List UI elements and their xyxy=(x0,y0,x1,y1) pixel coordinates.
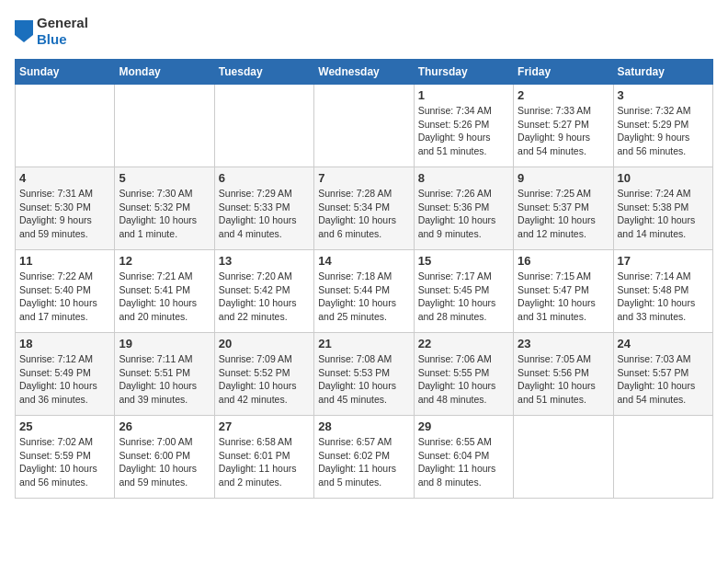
calendar-cell xyxy=(214,85,313,167)
calendar-cell: 23Sunrise: 7:05 AM Sunset: 5:56 PM Dayli… xyxy=(514,333,613,416)
calendar-cell: 25Sunrise: 7:02 AM Sunset: 5:59 PM Dayli… xyxy=(16,416,115,499)
day-number: 28 xyxy=(318,419,409,433)
day-info: Sunrise: 7:17 AM Sunset: 5:45 PM Dayligh… xyxy=(418,270,509,324)
header-day-monday: Monday xyxy=(115,60,214,85)
day-info: Sunrise: 7:21 AM Sunset: 5:41 PM Dayligh… xyxy=(119,270,210,324)
calendar-cell: 13Sunrise: 7:20 AM Sunset: 5:42 PM Dayli… xyxy=(214,250,313,333)
day-number: 12 xyxy=(119,254,210,268)
day-number: 19 xyxy=(119,337,210,350)
header-day-saturday: Saturday xyxy=(613,60,712,85)
day-info: Sunrise: 7:34 AM Sunset: 5:26 PM Dayligh… xyxy=(418,104,509,158)
day-number: 14 xyxy=(318,254,409,268)
day-number: 24 xyxy=(618,337,709,350)
day-info: Sunrise: 7:00 AM Sunset: 6:00 PM Dayligh… xyxy=(119,435,210,489)
header-day-wednesday: Wednesday xyxy=(314,60,414,85)
day-info: Sunrise: 7:29 AM Sunset: 5:33 PM Dayligh… xyxy=(219,187,310,241)
day-number: 8 xyxy=(418,171,509,185)
day-number: 3 xyxy=(618,88,709,102)
calendar-cell: 29Sunrise: 6:55 AM Sunset: 6:04 PM Dayli… xyxy=(414,416,513,499)
day-number: 4 xyxy=(19,171,110,185)
calendar-cell: 18Sunrise: 7:12 AM Sunset: 5:49 PM Dayli… xyxy=(16,333,115,416)
day-info: Sunrise: 7:12 AM Sunset: 5:49 PM Dayligh… xyxy=(19,352,110,407)
week-row-3: 11Sunrise: 7:22 AM Sunset: 5:40 PM Dayli… xyxy=(16,250,713,333)
svg-marker-0 xyxy=(15,20,33,42)
day-number: 16 xyxy=(518,254,609,268)
day-info: Sunrise: 7:11 AM Sunset: 5:51 PM Dayligh… xyxy=(119,352,210,407)
calendar-cell: 15Sunrise: 7:17 AM Sunset: 5:45 PM Dayli… xyxy=(414,250,513,333)
day-info: Sunrise: 7:24 AM Sunset: 5:38 PM Dayligh… xyxy=(618,187,709,241)
header-day-tuesday: Tuesday xyxy=(214,60,313,85)
calendar-cell: 1Sunrise: 7:34 AM Sunset: 5:26 PM Daylig… xyxy=(414,85,513,167)
day-info: Sunrise: 7:06 AM Sunset: 5:55 PM Dayligh… xyxy=(418,352,509,407)
header: GeneralBlue xyxy=(15,15,713,48)
day-info: Sunrise: 7:20 AM Sunset: 5:42 PM Dayligh… xyxy=(219,270,310,324)
day-number: 17 xyxy=(618,254,709,268)
calendar-cell: 27Sunrise: 6:58 AM Sunset: 6:01 PM Dayli… xyxy=(214,416,313,499)
day-number: 11 xyxy=(19,254,110,268)
calendar-cell: 2Sunrise: 7:33 AM Sunset: 5:27 PM Daylig… xyxy=(514,85,613,167)
calendar-cell: 4Sunrise: 7:31 AM Sunset: 5:30 PM Daylig… xyxy=(16,167,115,250)
day-number: 1 xyxy=(418,88,509,102)
calendar-cell: 10Sunrise: 7:24 AM Sunset: 5:38 PM Dayli… xyxy=(613,167,712,250)
day-number: 9 xyxy=(518,171,609,185)
calendar-cell: 11Sunrise: 7:22 AM Sunset: 5:40 PM Dayli… xyxy=(16,250,115,333)
logo: GeneralBlue xyxy=(15,15,88,48)
day-number: 18 xyxy=(19,337,110,350)
day-number: 22 xyxy=(418,337,509,350)
day-number: 15 xyxy=(418,254,509,268)
calendar-body: 1Sunrise: 7:34 AM Sunset: 5:26 PM Daylig… xyxy=(16,85,713,499)
day-number: 2 xyxy=(518,88,609,102)
calendar-cell: 3Sunrise: 7:32 AM Sunset: 5:29 PM Daylig… xyxy=(613,85,712,167)
week-row-4: 18Sunrise: 7:12 AM Sunset: 5:49 PM Dayli… xyxy=(16,333,713,416)
day-info: Sunrise: 7:05 AM Sunset: 5:56 PM Dayligh… xyxy=(518,352,609,407)
day-number: 26 xyxy=(119,419,210,433)
header-day-sunday: Sunday xyxy=(16,60,115,85)
calendar-cell: 19Sunrise: 7:11 AM Sunset: 5:51 PM Dayli… xyxy=(115,333,214,416)
week-row-1: 1Sunrise: 7:34 AM Sunset: 5:26 PM Daylig… xyxy=(16,85,713,167)
header-day-thursday: Thursday xyxy=(414,60,513,85)
calendar-cell: 6Sunrise: 7:29 AM Sunset: 5:33 PM Daylig… xyxy=(214,167,313,250)
day-info: Sunrise: 7:15 AM Sunset: 5:47 PM Dayligh… xyxy=(518,270,609,324)
day-number: 13 xyxy=(219,254,310,268)
calendar-cell xyxy=(314,85,414,167)
calendar-cell: 8Sunrise: 7:26 AM Sunset: 5:36 PM Daylig… xyxy=(414,167,513,250)
day-info: Sunrise: 7:03 AM Sunset: 5:57 PM Dayligh… xyxy=(618,352,709,407)
calendar-table: SundayMondayTuesdayWednesdayThursdayFrid… xyxy=(15,59,713,499)
calendar-cell xyxy=(115,85,214,167)
day-info: Sunrise: 7:02 AM Sunset: 5:59 PM Dayligh… xyxy=(19,435,110,489)
header-day-friday: Friday xyxy=(514,60,613,85)
day-number: 27 xyxy=(219,419,310,433)
calendar-cell: 24Sunrise: 7:03 AM Sunset: 5:57 PM Dayli… xyxy=(613,333,712,416)
day-number: 7 xyxy=(318,171,409,185)
day-number: 10 xyxy=(618,171,709,185)
calendar-cell: 5Sunrise: 7:30 AM Sunset: 5:32 PM Daylig… xyxy=(115,167,214,250)
calendar-cell xyxy=(613,416,712,499)
calendar-cell: 14Sunrise: 7:18 AM Sunset: 5:44 PM Dayli… xyxy=(314,250,414,333)
day-info: Sunrise: 7:08 AM Sunset: 5:53 PM Dayligh… xyxy=(318,352,409,407)
day-number: 5 xyxy=(119,171,210,185)
day-info: Sunrise: 7:18 AM Sunset: 5:44 PM Dayligh… xyxy=(318,270,409,324)
calendar-cell xyxy=(514,416,613,499)
day-info: Sunrise: 7:26 AM Sunset: 5:36 PM Dayligh… xyxy=(418,187,509,241)
header-row: SundayMondayTuesdayWednesdayThursdayFrid… xyxy=(16,60,713,85)
day-number: 20 xyxy=(219,337,310,350)
calendar-cell: 20Sunrise: 7:09 AM Sunset: 5:52 PM Dayli… xyxy=(214,333,313,416)
day-number: 23 xyxy=(518,337,609,350)
day-info: Sunrise: 7:28 AM Sunset: 5:34 PM Dayligh… xyxy=(318,187,409,241)
day-info: Sunrise: 7:25 AM Sunset: 5:37 PM Dayligh… xyxy=(518,187,609,241)
calendar-cell: 12Sunrise: 7:21 AM Sunset: 5:41 PM Dayli… xyxy=(115,250,214,333)
day-number: 21 xyxy=(318,337,409,350)
calendar-cell xyxy=(16,85,115,167)
day-info: Sunrise: 7:33 AM Sunset: 5:27 PM Dayligh… xyxy=(518,104,609,158)
calendar-cell: 17Sunrise: 7:14 AM Sunset: 5:48 PM Dayli… xyxy=(613,250,712,333)
day-info: Sunrise: 7:30 AM Sunset: 5:32 PM Dayligh… xyxy=(119,187,210,241)
day-info: Sunrise: 7:32 AM Sunset: 5:29 PM Dayligh… xyxy=(618,104,709,158)
calendar-cell: 22Sunrise: 7:06 AM Sunset: 5:55 PM Dayli… xyxy=(414,333,513,416)
day-info: Sunrise: 6:57 AM Sunset: 6:02 PM Dayligh… xyxy=(318,435,409,489)
logo-text: GeneralBlue xyxy=(15,15,88,48)
calendar-header: SundayMondayTuesdayWednesdayThursdayFrid… xyxy=(16,60,713,85)
week-row-2: 4Sunrise: 7:31 AM Sunset: 5:30 PM Daylig… xyxy=(16,167,713,250)
calendar-cell: 26Sunrise: 7:00 AM Sunset: 6:00 PM Dayli… xyxy=(115,416,214,499)
calendar-cell: 21Sunrise: 7:08 AM Sunset: 5:53 PM Dayli… xyxy=(314,333,414,416)
week-row-5: 25Sunrise: 7:02 AM Sunset: 5:59 PM Dayli… xyxy=(16,416,713,499)
